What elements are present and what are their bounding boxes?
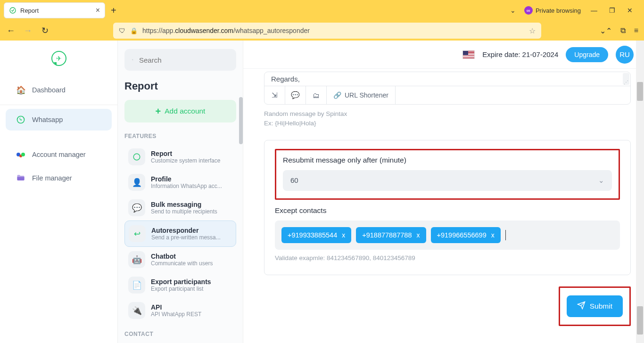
url-shortener-label: URL Shortener	[345, 91, 388, 99]
window-close-icon[interactable]: ✕	[625, 7, 635, 14]
textarea-resize-handle[interactable]: ⋰	[623, 73, 629, 85]
tabs-dropdown-icon[interactable]: ⌄	[510, 7, 516, 14]
search-input[interactable]	[139, 56, 229, 64]
pocket-icon[interactable]: ⌄⌃	[600, 26, 612, 35]
editor-toolbar: ⇲ 💬 🗂 🔗 URL Shortener	[264, 86, 630, 104]
feature-desc: Information WhatsApp acc...	[151, 183, 232, 189]
add-account-button[interactable]: + Add account	[124, 100, 236, 122]
main-scrollbar-thumb[interactable]	[637, 82, 643, 101]
feature-name: Chatbot	[151, 253, 232, 260]
secondary-panel: Report + Add account FEATURES ReportCust…	[118, 41, 243, 343]
upgrade-button[interactable]: Upgrade	[566, 47, 608, 62]
address-bar[interactable]: 🛡 🔒 https://app.cloudwasender.com/whatsa…	[113, 23, 541, 39]
extensions-icon[interactable]: ⧉	[620, 26, 626, 35]
contact-input[interactable]	[505, 230, 507, 240]
feature-profile[interactable]: 👤 ProfileInformation WhatsApp acc...	[124, 170, 236, 195]
new-tab-button[interactable]: +	[111, 5, 116, 16]
comment-icon[interactable]: 💬	[285, 86, 306, 104]
main-scrollbar-track[interactable]	[636, 41, 644, 343]
chip-remove-icon[interactable]: x	[491, 231, 495, 239]
feature-export-participants[interactable]: 📄 Export participantsExport participant …	[124, 272, 236, 298]
forward-button[interactable]: →	[23, 26, 33, 36]
resubmit-value: 60	[290, 176, 298, 184]
lock-icon[interactable]: 🔒	[130, 27, 138, 34]
nav-label: Dashboard	[32, 86, 66, 94]
tab-favicon	[9, 7, 17, 14]
chevron-down-icon: ⌄	[598, 176, 604, 185]
feature-bulk-messaging[interactable]: 💬 Bulk messagingSend to multiple recipie…	[124, 195, 236, 220]
feature-report[interactable]: ReportCustomize system interface	[124, 144, 236, 170]
reply-icon: ↩	[129, 225, 146, 242]
nav-account-manager[interactable]: Account manager	[6, 144, 112, 165]
main-scrollbar-thumb[interactable]	[637, 306, 643, 335]
user-icon: 👤	[128, 174, 145, 191]
feature-chatbot[interactable]: 🤖 ChatbotCommunicate with users	[124, 247, 236, 272]
nav-whatsapp[interactable]: Whatsapp	[6, 109, 112, 131]
window-minimize-icon[interactable]: —	[589, 7, 599, 14]
window-restore-icon[interactable]: ❐	[607, 7, 617, 14]
feature-name: Report	[151, 150, 232, 157]
svg-point-2	[132, 59, 133, 60]
features-section-label: FEATURES	[124, 133, 236, 139]
home-icon: 🏠	[16, 85, 25, 95]
feature-desc: Send a pre-written messa...	[151, 234, 232, 241]
svg-point-0	[10, 8, 16, 13]
search-box[interactable]	[124, 49, 236, 71]
chip-value: +919933885544	[288, 231, 337, 239]
plug-icon: 🔌	[128, 302, 145, 319]
bookmark-star-icon[interactable]: ☆	[529, 26, 536, 35]
expire-date: Expire date: 21-07-2024	[482, 50, 558, 58]
url-shortener-button[interactable]: 🔗 URL Shortener	[327, 86, 396, 104]
shield-icon[interactable]: 🛡	[119, 27, 125, 34]
nav-dashboard[interactable]: 🏠 Dashboard	[6, 79, 112, 101]
resubmit-highlight: Resubmit message only after (minute) 60 …	[275, 149, 620, 200]
feature-name: Bulk messaging	[151, 201, 232, 208]
reload-button[interactable]: ↻	[40, 25, 50, 36]
submit-label: Submit	[590, 302, 612, 310]
panel-scrollbar[interactable]	[239, 97, 243, 144]
message-body[interactable]: Regards, ⋰	[264, 72, 630, 86]
expand-icon[interactable]: ⇲	[264, 86, 285, 104]
chip-remove-icon[interactable]: x	[342, 231, 345, 239]
settings-section: Resubmit message only after (minute) 60 …	[264, 140, 631, 275]
save-template-icon[interactable]: 🗂	[306, 86, 327, 104]
chip-remove-icon[interactable]: x	[417, 231, 420, 239]
user-avatar[interactable]: RU	[616, 46, 634, 64]
whatsapp-icon	[128, 148, 145, 165]
app-logo: ✈	[0, 45, 117, 77]
except-contacts-input[interactable]: +919933885544 x +918877887788 x +9199665…	[275, 220, 620, 250]
nav-file-manager[interactable]: File manager	[6, 167, 112, 189]
feature-desc: API WhatApp REST	[151, 311, 232, 318]
except-contacts-label: Except contacts	[275, 206, 620, 215]
contact-chip[interactable]: +919966556699 x	[431, 227, 501, 243]
contact-chip[interactable]: +919933885544 x	[281, 227, 351, 243]
back-button[interactable]: ←	[6, 26, 16, 36]
messages-icon: 💬	[128, 199, 145, 216]
submit-button[interactable]: Submit	[567, 295, 623, 317]
feature-desc: Send to multiple recipients	[151, 208, 232, 215]
spintax-hint: Random message by Spintax Ex: {Hi|Hello|…	[264, 109, 631, 129]
feature-desc: Customize system interface	[151, 157, 232, 164]
whatsapp-icon	[16, 115, 25, 124]
feature-name: Autoresponder	[151, 227, 232, 234]
feature-autoresponder[interactable]: ↩ AutoresponderSend a pre-written messa.…	[124, 220, 236, 247]
folder-icon	[16, 173, 25, 183]
add-account-label: Add account	[165, 107, 205, 115]
resubmit-select[interactable]: 60 ⌄	[283, 170, 612, 191]
feature-name: Profile	[151, 175, 232, 183]
contact-chip[interactable]: +918877887788 x	[356, 227, 426, 243]
browser-tab[interactable]: Report ×	[4, 2, 105, 18]
panel-title: Report	[124, 80, 236, 92]
feature-api[interactable]: 🔌 APIAPI WhatApp REST	[124, 298, 236, 323]
menu-icon[interactable]: ≡	[634, 26, 638, 35]
feature-name: API	[151, 303, 232, 311]
tab-title: Report	[20, 7, 92, 14]
feature-desc: Export participant list	[151, 286, 232, 292]
primary-sidebar: ✈ 🏠 Dashboard Whatsapp Account manager F…	[0, 41, 118, 343]
tab-close-icon[interactable]: ×	[96, 6, 100, 15]
divider	[0, 105, 117, 105]
flag-us-icon[interactable]	[462, 50, 475, 59]
plus-icon: +	[156, 106, 161, 117]
chip-value: +919966556699	[437, 231, 487, 239]
export-icon: 📄	[128, 277, 145, 294]
